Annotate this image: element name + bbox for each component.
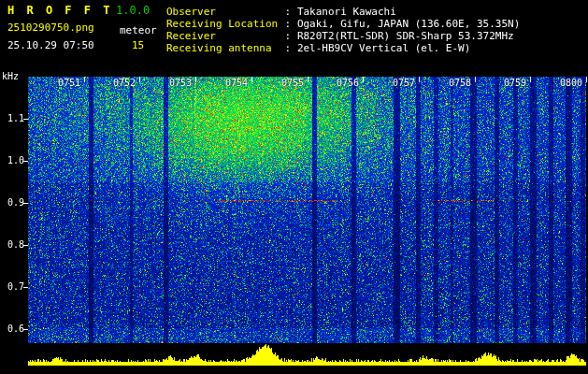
datetime-label: 25.10.29 07:50: [7, 40, 94, 51]
freq-tick-label: 0.7: [0, 282, 24, 292]
info-value: Ogaki, Gifu, JAPAN (136.60E, 35.35N): [297, 18, 520, 30]
time-tick-label: 0756: [334, 79, 359, 88]
info-label: Receiving antenna: [166, 42, 279, 54]
time-tick-label: 0759: [501, 79, 526, 88]
time-tick-label: 0752: [110, 79, 136, 88]
time-tick-label: 0757: [390, 79, 415, 88]
info-colon: :: [279, 18, 297, 30]
mode-label: meteor: [120, 25, 157, 36]
freq-tick-label: 0.8: [0, 240, 24, 250]
freq-tick-label: 0.6: [0, 324, 24, 334]
time-tick-label: 0755: [279, 79, 304, 88]
time-tick-label: 0758: [446, 79, 471, 88]
info-label: Observer: [166, 6, 279, 18]
time-tick-label: 0753: [166, 79, 192, 88]
info-label: Receiving Location: [166, 18, 279, 30]
station-info-row: Receiver : R820T2(RTL-SDR) SDR-Sharp 53.…: [166, 30, 520, 42]
app-version: 1.0.0: [116, 5, 150, 16]
info-colon: :: [279, 30, 297, 42]
time-tick-label: 0800: [557, 79, 582, 88]
info-value: Takanori Kawachi: [297, 6, 396, 18]
station-info-row: Observer : Takanori Kawachi: [166, 6, 520, 18]
station-info-row: Receiving antenna : 2el-HB9CV Vertical (…: [166, 42, 520, 54]
info-label: Receiver: [166, 30, 279, 42]
info-colon: :: [279, 6, 297, 18]
station-info-row: Receiving Location : Ogaki, Gifu, JAPAN …: [166, 18, 520, 30]
info-colon: :: [279, 42, 297, 54]
time-tick-label: 0751: [55, 79, 80, 88]
output-filename: 2510290750.png: [7, 22, 94, 34]
freq-tick-label: 1.1: [0, 114, 24, 123]
info-value: 2el-HB9CV Vertical (el. E-W): [297, 42, 470, 54]
freq-unit-label: kHz: [2, 71, 19, 82]
spectrogram-canvas: [0, 0, 588, 374]
time-tick-label: 0754: [222, 79, 248, 88]
freq-tick-label: 1.0: [0, 156, 24, 165]
hrofft-window: H R O F F T 1.0.0 2510290750.png meteor …: [0, 0, 588, 374]
echo-count: 15: [132, 40, 144, 51]
info-value: R820T2(RTL-SDR) SDR-Sharp 53.372MHz: [297, 30, 514, 42]
station-info: Observer : Takanori KawachiReceiving Loc…: [166, 6, 520, 54]
app-title: H R O F F T: [7, 5, 112, 16]
freq-tick-label: 0.9: [0, 198, 24, 208]
